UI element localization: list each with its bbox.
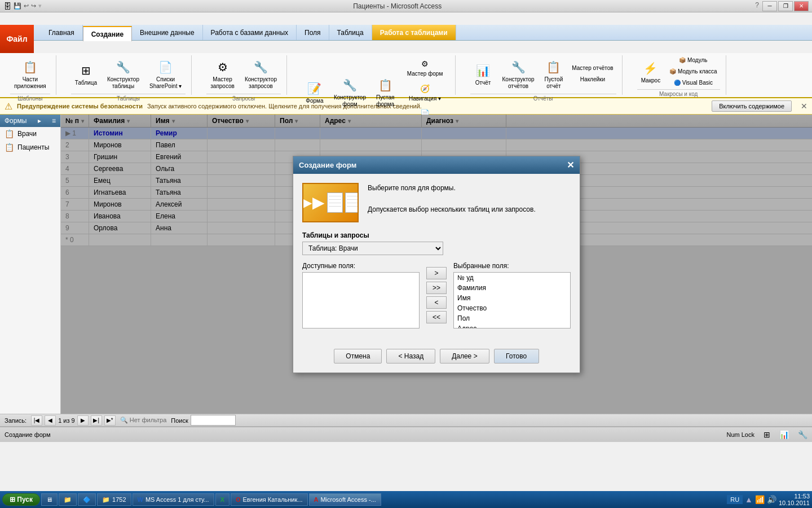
blank-report-icon: 📋 <box>545 58 563 76</box>
selected-fields-list[interactable]: № уд Фамилия Имя Отчество Пол Адрес Спец… <box>453 272 571 329</box>
view-normal-icon[interactable]: ⊞ <box>764 430 770 439</box>
taskbar-item-explorer1[interactable]: 🖥 <box>41 493 58 506</box>
last-record-btn[interactable]: ▶| <box>91 415 102 426</box>
form-designer-btn[interactable]: 🔧 Конструкторформ <box>330 73 370 111</box>
nav-menu-icon[interactable]: ≡ <box>52 117 56 125</box>
modal-close-btn[interactable]: ✕ <box>567 160 574 170</box>
nav-expand-icon[interactable]: ▸ <box>38 117 41 125</box>
network-icon: 📶 <box>755 495 765 504</box>
quick-access-save[interactable]: 💾 <box>14 2 21 10</box>
record-nav-bar: Запись: |◀ ◀ 1 из 9 ▶ ▶| ▶* 🔍 Нет фильтр… <box>0 414 812 426</box>
back-btn[interactable]: < Назад <box>386 349 435 364</box>
add-field-btn[interactable]: > <box>426 267 447 279</box>
blank-report-btn[interactable]: 📋 Пустойотчёт <box>541 55 567 93</box>
module-btn[interactable]: 📦 Модуль <box>667 55 720 65</box>
table-btn[interactable]: ⊞ Таблица <box>71 59 101 89</box>
field-item-address[interactable]: Адрес <box>454 323 570 329</box>
form-btn[interactable]: 📝 Форма <box>302 77 328 107</box>
prev-record-btn[interactable]: ◀ <box>45 415 56 426</box>
view-layout-icon[interactable]: 📊 <box>779 430 789 439</box>
enable-content-btn[interactable]: Включить содержимое <box>712 100 792 112</box>
field-item-name[interactable]: Имя <box>454 293 570 303</box>
table-row-4 <box>329 203 341 207</box>
restore-btn[interactable]: ❐ <box>778 1 793 11</box>
modal-body: ▶▶ <box>293 174 580 344</box>
query-designer-btn[interactable]: 🔧 Конструкторзапросов <box>241 55 281 93</box>
nav-item-vrachi[interactable]: 📋 Врачи <box>0 127 60 141</box>
report-designer-label: Конструкторотчётов <box>502 76 535 90</box>
parts-btn[interactable]: 📋 Частиприложения <box>10 55 50 93</box>
labels-btn[interactable]: Наклейки <box>569 75 616 85</box>
cancel-btn[interactable]: Отмена <box>334 349 382 364</box>
first-record-btn[interactable]: |◀ <box>31 415 42 426</box>
tab-home[interactable]: Главная <box>41 25 83 40</box>
form-label: Форма <box>306 98 323 104</box>
record-nav-controls: |◀ ◀ 1 из 9 ▶ ▶| ▶* <box>31 415 116 426</box>
tab-work-tables[interactable]: Работа с таблицами <box>372 25 456 40</box>
table-selector[interactable]: Таблица: Врачи <box>302 242 443 255</box>
close-btn[interactable]: ✕ <box>794 1 809 11</box>
table-designer-label: Конструктортаблицы <box>107 76 139 90</box>
help-icon[interactable]: ? <box>753 1 761 11</box>
query-wizard-btn[interactable]: ⚙ Мастерзапросов <box>206 55 239 93</box>
report-btn[interactable]: 📊 Отчёт <box>470 59 496 89</box>
available-fields-col: Доступные поля: <box>302 262 420 329</box>
report-designer-btn[interactable]: 🔧 Конструкторотчётов <box>498 55 539 93</box>
macro-btn[interactable]: ⚡ Макрос <box>637 56 665 87</box>
taskbar-item-arrow[interactable]: 🔷 <box>78 493 96 506</box>
next-btn[interactable]: Далее > <box>440 349 489 364</box>
form-wizard-btn[interactable]: ⚙ Мастер форм <box>401 55 449 79</box>
view-design-icon[interactable]: 🔧 <box>798 430 807 439</box>
taskbar-item-1752[interactable]: 📁 1752 <box>97 493 131 506</box>
sharepoint-btn[interactable]: 📄 СпискиSharePoint ▾ <box>145 55 186 93</box>
reports-items: 📊 Отчёт 🔧 Конструкторотчётов 📋 Пустойотч… <box>470 55 616 93</box>
quick-access-undo[interactable]: ↩ <box>24 2 29 10</box>
new-record-btn[interactable]: ▶* <box>104 415 116 426</box>
navigation-icon: 🧭 <box>418 82 432 95</box>
blank-form-btn[interactable]: 📋 Пустаяформа <box>372 73 399 111</box>
ribbon-group-reports: 📊 Отчёт 🔧 Конструкторотчётов 📋 Пустойотч… <box>465 55 623 95</box>
field-item-gender[interactable]: Пол <box>454 313 570 323</box>
field-item-patronymic[interactable]: Отчество <box>454 303 570 313</box>
blank-form-label: Пустаяформа <box>376 94 395 108</box>
class-module-btn[interactable]: 📦 Модуль класса <box>667 67 720 77</box>
language-indicator[interactable]: RU <box>727 495 743 504</box>
minimize-btn[interactable]: ─ <box>762 1 777 11</box>
form-wizard-label: Мастер форм <box>407 71 443 77</box>
next-record-btn[interactable]: ▶ <box>77 415 89 426</box>
file-tab[interactable]: Файл <box>0 25 34 53</box>
title-bar-left: 🗄 💾 ↩ ↪ ▾ <box>3 2 42 11</box>
ribbon-group-queries: ⚙ Мастерзапросов 🔧 Конструкторзапросов З… <box>201 55 287 95</box>
taskbar-item-word[interactable]: W MS Access 1 для сту... <box>133 493 214 506</box>
tables-queries-label: Таблицы и запросы <box>302 231 571 239</box>
remove-all-fields-btn[interactable]: << <box>426 311 447 323</box>
sharepoint-icon: 📄 <box>157 58 175 76</box>
taskbar-item-opera[interactable]: O Евгения Катальник... <box>231 493 308 506</box>
security-close-btn[interactable]: ✕ <box>801 102 807 111</box>
visual-basic-btn[interactable]: 🔵 Visual Basic <box>667 78 720 88</box>
tab-create[interactable]: Создание <box>83 26 132 41</box>
quick-access-redo[interactable]: ↪ <box>31 2 36 10</box>
done-btn[interactable]: Готово <box>494 349 539 364</box>
field-item-surname[interactable]: Фамилия <box>454 283 570 293</box>
table-designer-btn[interactable]: 🔧 Конструктортаблицы <box>103 55 143 93</box>
search-input[interactable] <box>191 415 236 426</box>
tab-table[interactable]: Таблица <box>329 25 372 40</box>
taskbar-item-folder[interactable]: 📁 <box>59 493 77 506</box>
available-fields-list[interactable] <box>302 272 420 329</box>
report-wizard-btn[interactable]: Мастер отчётов <box>569 63 616 73</box>
start-button[interactable]: ⊞ Пуск <box>2 493 40 506</box>
taskbar-item-excel[interactable]: X <box>215 493 230 506</box>
form-creation-modal: Создание форм ✕ ▶▶ <box>293 156 580 373</box>
tab-fields[interactable]: Поля <box>297 25 329 40</box>
navigation-btn[interactable]: 🧭 Навигация ▾ <box>401 80 449 104</box>
modal-wizard-icon: ▶▶ <box>302 183 359 222</box>
nav-item-patients[interactable]: 📋 Пациенты <box>0 141 60 154</box>
remove-field-btn[interactable]: < <box>426 296 447 309</box>
add-all-fields-btn[interactable]: >> <box>426 282 447 294</box>
field-item-num[interactable]: № уд <box>454 273 570 283</box>
tab-database[interactable]: Работа с базами данных <box>203 25 297 40</box>
report-designer-icon: 🔧 <box>509 58 527 76</box>
taskbar-item-access[interactable]: A Microsoft Access -... <box>309 493 381 506</box>
tab-external[interactable]: Внешние данные <box>132 25 203 40</box>
